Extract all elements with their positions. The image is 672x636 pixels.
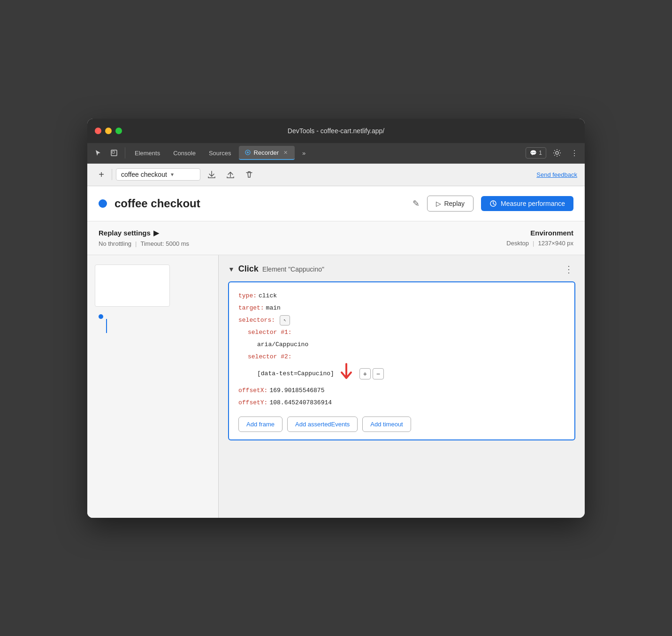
toolbar-separator [112, 169, 112, 180]
step-menu-button[interactable]: ⋮ [562, 263, 575, 276]
code-selector1-line: selector #1: [238, 326, 565, 339]
action-buttons: Add frame Add assertedEvents Add timeout [238, 416, 565, 432]
svg-point-4 [556, 151, 558, 154]
tabbar-right: 💬 1 ⋮ [526, 146, 581, 160]
tab-recorder[interactable]: Recorder ✕ [239, 146, 295, 160]
minimize-button[interactable] [105, 128, 112, 134]
selector-add-remove-buttons: + − [359, 368, 384, 379]
step-header: ▼ Click Element "Cappucino" ⋮ [228, 263, 575, 276]
tabbar: Elements Console Sources Recorder ✕ » 💬 … [87, 143, 585, 164]
tab-more[interactable]: » [297, 146, 311, 160]
more-menu-button[interactable]: ⋮ [568, 146, 581, 159]
settings-button[interactable] [550, 146, 564, 160]
import-button[interactable] [223, 167, 238, 182]
add-asserted-events-button[interactable]: Add assertedEvents [287, 416, 358, 432]
main-content: ▼ Click Element "Cappucino" ⋮ type: clic… [87, 255, 585, 518]
recorder-icon [244, 149, 251, 156]
selector-icon: ↖ [280, 315, 290, 326]
tab-close-recorder[interactable]: ✕ [282, 149, 289, 156]
selector-remove-button[interactable]: − [373, 368, 384, 379]
tab-elements[interactable]: Elements [129, 146, 166, 160]
selector-add-button[interactable]: + [359, 368, 371, 379]
maximize-button[interactable] [115, 128, 122, 134]
add-frame-button[interactable]: Add frame [238, 416, 283, 432]
close-button[interactable] [95, 128, 101, 134]
step-element-label: Element "Cappucino" [262, 265, 324, 273]
environment-title: Environment [506, 229, 573, 237]
tab-separator [125, 147, 125, 159]
play-icon: ▷ [436, 200, 441, 207]
settings-section: Replay settings ▶ No throttling | Timeou… [87, 221, 585, 255]
square-icon-btn[interactable] [107, 146, 121, 160]
export-icon [207, 170, 216, 179]
window-title: DevTools - coffee-cart.netlify.app/ [288, 127, 384, 135]
recording-header: coffee checkout ✎ ▷ Replay Measure perfo… [87, 186, 585, 221]
add-timeout-button[interactable]: Add timeout [362, 416, 411, 432]
environment-settings: Environment Desktop | 1237×940 px [506, 229, 573, 247]
send-feedback-link[interactable]: Send feedback [536, 171, 577, 178]
step-expand-icon[interactable]: ▼ [228, 265, 235, 273]
red-arrow-indicator [340, 363, 353, 385]
export-button[interactable] [204, 167, 219, 182]
recording-selector[interactable]: coffee checkout ▾ [116, 168, 200, 181]
chevron-down-icon: ▾ [171, 171, 174, 178]
code-selectors-line: selectors: ↖ [238, 314, 565, 326]
edit-title-icon[interactable]: ✎ [412, 198, 420, 209]
code-offsetX-line: offsetX: 169.90185546875 [238, 385, 565, 397]
step-detail-panel: ▼ Click Element "Cappucino" ⋮ type: clic… [219, 255, 585, 518]
step-dot [99, 314, 103, 319]
titlebar: DevTools - coffee-cart.netlify.app/ [87, 119, 585, 143]
measure-performance-button[interactable]: Measure performance [481, 196, 573, 211]
step-code-block: type: click target: main selectors: ↖ se… [228, 281, 575, 440]
measure-icon [489, 200, 497, 207]
sidebar [87, 255, 219, 518]
replay-settings-left: Replay settings ▶ No throttling | Timeou… [99, 229, 189, 247]
chat-icon: 💬 [530, 150, 537, 156]
cursor-icon-btn[interactable] [91, 146, 105, 160]
code-target-line: target: main [238, 302, 565, 314]
code-type-line: type: click [238, 290, 565, 302]
traffic-lights [95, 128, 122, 134]
gear-icon [553, 149, 561, 157]
step-connector-line [106, 319, 107, 333]
environment-value: Desktop | 1237×940 px [506, 240, 573, 247]
replay-settings-subtitle: No throttling | Timeout: 5000 ms [99, 240, 189, 247]
svg-point-3 [247, 151, 249, 153]
notification-button[interactable]: 💬 1 [526, 147, 546, 159]
devtools-window: DevTools - coffee-cart.netlify.app/ Elem… [87, 119, 585, 518]
step-type-label: Click [238, 264, 259, 274]
trash-icon [245, 170, 253, 179]
tab-console[interactable]: Console [168, 146, 201, 160]
code-selector2-val-line: [data-test=Cappucino] + − [238, 363, 565, 385]
replay-button[interactable]: ▷ Replay [427, 196, 473, 212]
code-selector2-line: selector #2: [238, 351, 565, 363]
toolbar: + coffee checkout ▾ Send feedback [87, 164, 585, 186]
step-thumbnail [95, 265, 170, 307]
settings-arrow-icon: ▶ [153, 229, 159, 237]
code-offsetY-line: offsetY: 108.6452407836914 [238, 397, 565, 409]
tab-sources[interactable]: Sources [203, 146, 237, 160]
code-selector1-val-line: aria/Cappucino [238, 339, 565, 351]
add-recording-button[interactable]: + [95, 168, 108, 181]
svg-rect-1 [112, 151, 115, 153]
recording-title: coffee checkout [115, 197, 405, 210]
import-icon [226, 170, 235, 179]
recording-status-dot [99, 199, 107, 208]
replay-settings-title[interactable]: Replay settings ▶ [99, 229, 189, 237]
delete-button[interactable] [242, 167, 257, 182]
